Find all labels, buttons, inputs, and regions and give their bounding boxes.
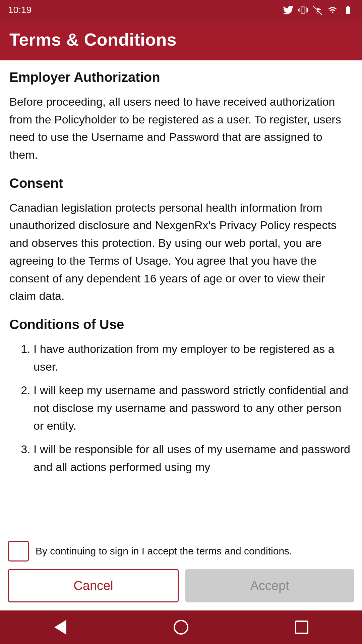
battery-icon — [342, 5, 354, 15]
conditions-heading: Conditions of Use — [9, 317, 353, 332]
content-area: Employer Authorization Before proceeding… — [0, 60, 362, 533]
employer-auth-body: Before proceeding, all users need to hav… — [9, 93, 353, 164]
nav-bar — [0, 610, 362, 644]
accept-checkbox[interactable] — [8, 541, 29, 561]
status-time: 10:19 — [8, 5, 32, 15]
vibrate-icon — [298, 5, 308, 15]
signal-icon — [328, 5, 337, 15]
app-header: Terms & Conditions — [0, 20, 362, 60]
condition-item-2: I will keep my username and password str… — [34, 381, 353, 434]
home-button[interactable] — [168, 614, 194, 641]
page-title: Terms & Conditions — [9, 30, 353, 50]
conditions-list: I have authorization from my employer to… — [9, 340, 353, 476]
consent-heading: Consent — [9, 176, 353, 191]
home-icon — [174, 620, 188, 635]
buttons-row: Cancel Accept — [0, 569, 362, 610]
employer-auth-heading: Employer Authorization — [9, 70, 353, 85]
twitter-icon — [283, 6, 294, 14]
recents-icon — [295, 621, 308, 634]
back-icon — [54, 620, 66, 635]
accept-button[interactable]: Accept — [185, 569, 354, 602]
status-bar: 10:19 — [0, 0, 362, 20]
status-icons — [283, 5, 354, 15]
back-button[interactable] — [47, 614, 74, 641]
wifi-icon — [312, 5, 323, 15]
accept-row: By continuing to sign in I accept the te… — [0, 533, 362, 569]
consent-body: Canadian legislation protects personal h… — [9, 199, 353, 305]
recents-button[interactable] — [288, 614, 315, 641]
bottom-area: By continuing to sign in I accept the te… — [0, 533, 362, 610]
cancel-button[interactable]: Cancel — [8, 569, 179, 602]
accept-label: By continuing to sign in I accept the te… — [36, 544, 292, 558]
condition-item-3: I will be responsible for all uses of my… — [34, 440, 353, 476]
condition-item-1: I have authorization from my employer to… — [34, 340, 353, 375]
